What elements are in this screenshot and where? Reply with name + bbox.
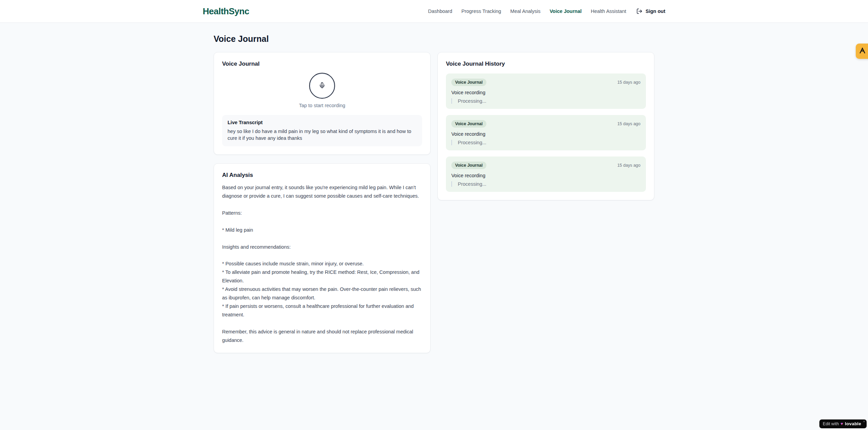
live-transcript-box: Live Transcript hey so like I do have a … [222,115,422,146]
history-item[interactable]: Voice Journal 15 days ago Voice recordin… [446,73,646,109]
app-logo[interactable]: HealthSync [203,6,249,17]
history-card-title: Voice Journal History [446,61,646,67]
history-item-title: Voice recording [451,90,640,95]
voice-recorder-card: Voice Journal Tap to start recording [214,52,431,155]
nav-item-dashboard[interactable]: Dashboard [428,9,452,14]
app-header: HealthSync Dashboard Progress Tracking M… [0,0,868,23]
live-transcript-title: Live Transcript [228,120,417,125]
history-item-status: Processing... [451,98,640,104]
nav-item-voice-journal[interactable]: Voice Journal [550,9,582,14]
live-transcript-text: hey so like I do have a mild pain in my … [228,128,417,142]
heart-icon: ♥ [840,421,843,426]
history-item-title: Voice recording [451,173,640,178]
history-item-status: Processing... [451,140,640,145]
right-column: Voice Journal History Voice Journal 15 d… [437,52,654,200]
history-item-title: Voice recording [451,131,640,137]
ai-analysis-card: AI Analysis Based on your journal entry,… [214,163,431,353]
lovable-brand-label: lovable [845,421,861,426]
sign-out-label: Sign out [646,9,665,14]
sign-out-button[interactable]: Sign out [636,8,665,14]
nav-item-progress-tracking[interactable]: Progress Tracking [461,9,501,14]
edit-with-label: Edit with [823,421,839,426]
history-item-badge: Voice Journal [451,79,486,86]
side-panel-toggle-button[interactable] [856,44,868,59]
history-item-status: Processing... [451,181,640,187]
recorder-card-title: Voice Journal [222,61,422,67]
voice-journal-history-card: Voice Journal History Voice Journal 15 d… [437,52,654,200]
history-item-time: 15 days ago [617,80,640,85]
log-out-icon [636,8,642,14]
nav-item-health-assistant[interactable]: Health Assistant [591,9,626,14]
main-content: Voice Journal Voice Journal [214,23,654,353]
left-column: Voice Journal Tap to start recording [214,52,431,353]
main-nav: Dashboard Progress Tracking Meal Analysi… [428,9,626,14]
microphone-icon [319,82,326,90]
a-logo-icon [859,47,866,55]
history-item-badge: Voice Journal [451,120,486,128]
ai-analysis-title: AI Analysis [222,172,422,179]
tap-to-record-hint: Tap to start recording [222,103,422,108]
record-button[interactable] [309,73,335,99]
edit-with-lovable-badge[interactable]: Edit with ♥ lovable × [819,419,867,428]
history-item[interactable]: Voice Journal 15 days ago Voice recordin… [446,115,646,150]
history-item-badge: Voice Journal [451,162,486,169]
history-item-time: 15 days ago [617,163,640,168]
ai-analysis-body: Based on your journal entry, it sounds l… [222,183,422,345]
close-icon[interactable]: × [863,420,865,423]
page-title: Voice Journal [214,34,654,44]
history-item[interactable]: Voice Journal 15 days ago Voice recordin… [446,156,646,192]
nav-item-meal-analysis[interactable]: Meal Analysis [510,9,540,14]
history-item-time: 15 days ago [617,121,640,126]
